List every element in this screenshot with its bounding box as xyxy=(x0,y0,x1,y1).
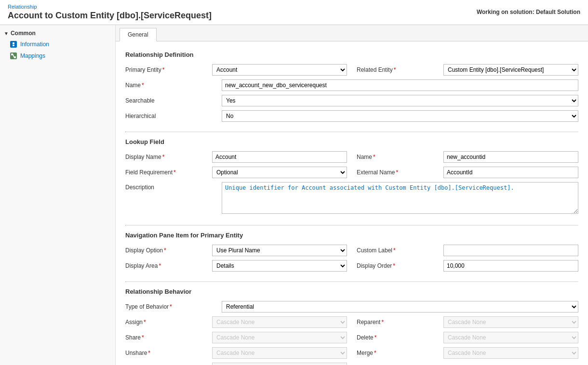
unshare-col: Unshare* Cascade None xyxy=(125,347,347,359)
hierarchical-label: Hierarchical xyxy=(125,113,222,119)
display-area-order-row: Display Area* Details Marketing Sales Se… xyxy=(125,260,578,272)
display-area-select[interactable]: Details Marketing Sales Service xyxy=(212,260,347,272)
description-row: Description Unique identifier for Accoun… xyxy=(125,182,578,215)
display-order-field xyxy=(443,260,578,272)
external-name-required: * xyxy=(396,169,398,176)
display-area-label: Display Area* xyxy=(125,262,212,269)
share-delete-row: Share* Cascade None Delete* xyxy=(125,332,578,343)
primary-entity-select[interactable]: Account xyxy=(212,64,347,76)
merge-col: Merge* Cascade None xyxy=(357,347,578,359)
section-lookup-field: Lookup Field Display Name* xyxy=(125,138,578,215)
external-name-label: External Name* xyxy=(357,169,443,176)
display-name-field xyxy=(212,151,347,163)
display-option-label: Display Option* xyxy=(125,247,212,254)
reparent-select[interactable]: Cascade None xyxy=(443,316,578,328)
field-req-col: Field Requirement* Optional Required Rec… xyxy=(125,167,347,178)
display-option-col: Display Option* Use Plural Name Use Cust… xyxy=(125,245,347,256)
share-col: Share* Cascade None xyxy=(125,332,347,343)
reparent-col: Reparent* Cascade None xyxy=(357,316,578,328)
primary-entity-label: Primary Entity* xyxy=(125,66,212,73)
primary-entity-col: Primary Entity* Account xyxy=(125,64,347,76)
type-of-behavior-select[interactable]: Referential Parental Configurable Cascad… xyxy=(222,301,578,313)
app-header: Relationship Account to Custom Entity [d… xyxy=(0,0,588,25)
custom-label-label: Custom Label* xyxy=(357,247,443,254)
display-area-required: * xyxy=(159,262,161,269)
searchable-row: Searchable Yes No xyxy=(125,95,578,106)
name-row: Name* xyxy=(125,79,578,91)
sidebar-item-mappings-label: Mappings xyxy=(20,52,45,59)
delete-select[interactable]: Cascade None xyxy=(443,332,578,343)
page-title: Account to Custom Entity [dbo].[ServiceR… xyxy=(8,11,212,21)
lookup-name-col: Name* xyxy=(357,151,578,163)
merge-select[interactable]: Cascade None xyxy=(443,347,578,359)
field-req-ext-name-row: Field Requirement* Optional Required Rec… xyxy=(125,167,578,178)
lookup-name-required: * xyxy=(373,154,375,160)
custom-label-input[interactable] xyxy=(443,245,578,256)
description-textarea[interactable]: Unique identifier for Account associated… xyxy=(222,182,578,214)
share-select[interactable]: Cascade None xyxy=(212,332,347,343)
assign-select[interactable]: Cascade None xyxy=(212,316,347,328)
tab-general[interactable]: General xyxy=(120,28,157,41)
header-left: Relationship Account to Custom Entity [d… xyxy=(8,4,212,21)
assign-field: Cascade None xyxy=(212,316,347,328)
main-area: ▼ Common Information xyxy=(0,25,588,365)
rollup-view-select[interactable]: Cascade None xyxy=(212,363,347,365)
custom-label-required: * xyxy=(393,247,396,254)
type-of-behavior-row: Type of Behavior* Referential Parental C… xyxy=(125,301,578,313)
unshare-select[interactable]: Cascade None xyxy=(212,347,347,359)
searchable-label: Searchable xyxy=(125,97,222,104)
display-option-required: * xyxy=(164,247,166,254)
hierarchical-select[interactable]: No Yes xyxy=(222,110,578,122)
display-option-select[interactable]: Use Plural Name Use Custom Label Do Not … xyxy=(212,245,347,256)
navigation-pane-title: Navigation Pane Item for Primary Entity xyxy=(125,232,578,239)
searchable-select[interactable]: Yes No xyxy=(222,95,578,106)
display-option-custom-label-row: Display Option* Use Plural Name Use Cust… xyxy=(125,245,578,256)
svg-rect-4 xyxy=(11,53,13,55)
section-navigation-pane: Navigation Pane Item for Primary Entity … xyxy=(125,232,578,272)
related-entity-field: Custom Entity [dbo].[ServiceRequest] xyxy=(443,64,578,76)
rollup-view-row: Rollup View* Cascade None xyxy=(125,363,578,365)
display-option-field: Use Plural Name Use Custom Label Do Not … xyxy=(212,245,347,256)
description-label: Description xyxy=(125,182,222,191)
lookup-name-input[interactable] xyxy=(443,151,578,163)
related-entity-select[interactable]: Custom Entity [dbo].[ServiceRequest] xyxy=(443,64,578,76)
field-requirement-field: Optional Required Recommended xyxy=(212,167,347,178)
related-entity-col: Related Entity* Custom Entity [dbo].[Ser… xyxy=(357,64,578,76)
sidebar-item-information[interactable]: Information xyxy=(0,39,115,50)
svg-rect-2 xyxy=(13,45,14,46)
form-content: Relationship Definition Primary Entity* … xyxy=(116,41,588,365)
sidebar-item-mappings[interactable]: Mappings xyxy=(0,50,115,62)
hierarchical-row: Hierarchical No Yes xyxy=(125,110,578,122)
sidebar-section-common: ▼ Common Information xyxy=(0,25,115,65)
reparent-label: Reparent* xyxy=(357,319,443,326)
section-relationship-definition: Relationship Definition Primary Entity* … xyxy=(125,51,578,122)
display-name-input[interactable] xyxy=(212,151,347,163)
merge-label: Merge* xyxy=(357,350,443,356)
unshare-merge-row: Unshare* Cascade None Merge* xyxy=(125,347,578,359)
sidebar-section-header[interactable]: ▼ Common xyxy=(0,28,115,39)
display-name-label: Display Name* xyxy=(125,154,212,160)
unshare-field: Cascade None xyxy=(212,347,347,359)
external-name-input[interactable] xyxy=(443,167,578,178)
field-requirement-select[interactable]: Optional Required Recommended xyxy=(212,167,347,178)
rollup-view-field: Cascade None xyxy=(212,363,347,365)
assign-required: * xyxy=(144,319,146,326)
tabs-container: General xyxy=(116,25,588,41)
custom-label-field xyxy=(443,245,578,256)
share-required: * xyxy=(142,334,144,341)
external-name-field xyxy=(443,167,578,178)
share-field: Cascade None xyxy=(212,332,347,343)
assign-label: Assign* xyxy=(125,319,212,326)
svg-rect-1 xyxy=(13,42,14,44)
assign-col: Assign* Cascade None xyxy=(125,316,347,328)
separator-1 xyxy=(125,131,578,132)
mappings-icon xyxy=(10,52,17,60)
display-order-input[interactable] xyxy=(443,260,578,272)
name-field xyxy=(222,79,578,91)
lookup-name-field xyxy=(443,151,578,163)
name-label: Name* xyxy=(125,82,222,89)
name-input[interactable] xyxy=(222,79,578,91)
display-name-name-row: Display Name* Name* xyxy=(125,151,578,163)
separator-3 xyxy=(125,281,578,282)
display-name-required: * xyxy=(162,154,165,160)
